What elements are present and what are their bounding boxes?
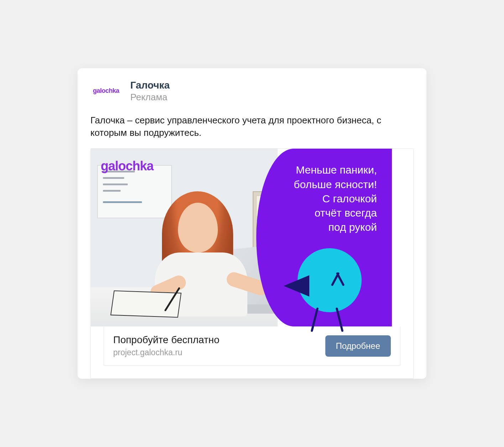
brand-overlay-logo: galochka bbox=[101, 159, 153, 174]
ad-label: Реклама bbox=[130, 91, 170, 103]
person-face-illustration bbox=[178, 203, 218, 252]
cta-texts: Попробуйте бесплатно project.galochka.ru bbox=[113, 334, 220, 357]
ad-creative-wrap: galochka Меньше паники, больше ясности! … bbox=[90, 148, 414, 379]
bird-mascot-icon bbox=[292, 248, 367, 326]
header-titles: Галочка Реклама bbox=[130, 79, 170, 103]
cta-domain: project.galochka.ru bbox=[113, 348, 220, 357]
ad-card: galochka Галочка Реклама Галочка – серви… bbox=[78, 68, 426, 379]
creative-slogan-panel: Меньше паники, больше ясности! С галочко… bbox=[256, 149, 392, 326]
creative-slogan: Меньше паники, больше ясности! С галочко… bbox=[294, 163, 377, 234]
cta-title: Попробуйте бесплатно bbox=[113, 334, 220, 346]
creative-photo: galochka bbox=[91, 149, 278, 326]
clipboard-illustration bbox=[110, 291, 182, 318]
avatar-logo-text: galochka bbox=[93, 87, 119, 95]
ad-body-text: Галочка – сервис управленческого учета д… bbox=[78, 106, 426, 148]
ad-header: galochka Галочка Реклама bbox=[78, 68, 426, 107]
advertiser-name[interactable]: Галочка bbox=[130, 79, 170, 91]
ad-creative[interactable]: galochka Меньше паники, больше ясности! … bbox=[91, 149, 413, 326]
advertiser-avatar[interactable]: galochka bbox=[90, 80, 122, 101]
cta-button[interactable]: Подробнее bbox=[325, 335, 391, 357]
cta-row: Попробуйте бесплатно project.galochka.ru… bbox=[104, 326, 400, 366]
